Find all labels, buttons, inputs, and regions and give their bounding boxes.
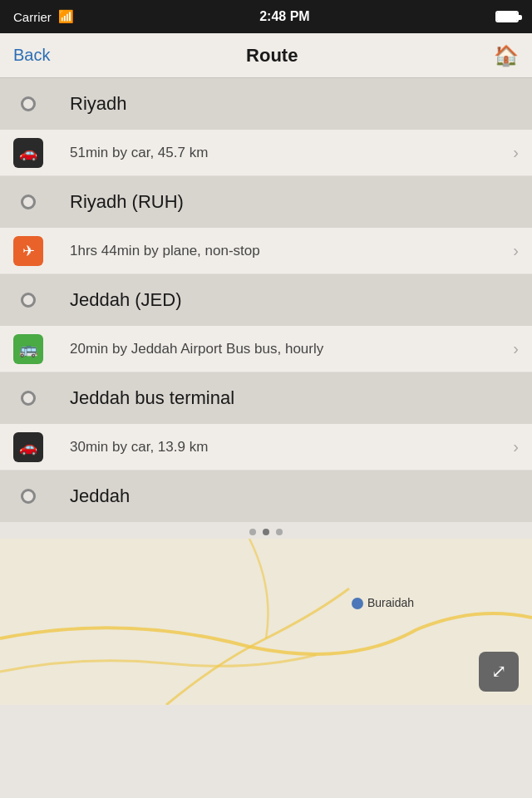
route-list: Riyadh 🚗 51min by car, 45.7 km › Riyadh … bbox=[0, 78, 532, 522]
chevron-1: › bbox=[513, 241, 519, 260]
stop-name-2: Jeddah (JED) bbox=[70, 289, 182, 311]
page-dot-3 bbox=[276, 529, 283, 535]
stop-dot-0 bbox=[21, 96, 36, 111]
segment-text-1: 1hrs 44min by plane, non-stop bbox=[70, 243, 513, 259]
stop-row-1: Riyadh (RUH) bbox=[0, 176, 532, 228]
home-button[interactable]: 🏠 bbox=[494, 44, 519, 67]
stop-name-3: Jeddah bus terminal bbox=[70, 387, 234, 409]
stop-dot-1 bbox=[21, 195, 36, 209]
map-city-label: Buraidah bbox=[367, 596, 414, 609]
timeline-stop-4 bbox=[8, 489, 48, 504]
plane-icon-1: ✈ bbox=[13, 236, 43, 266]
stop-name-4: Jeddah bbox=[70, 485, 130, 507]
stop-row-2: Jeddah (JED) bbox=[0, 274, 532, 326]
stop-row-4: Jeddah bbox=[0, 470, 532, 522]
timeline-stop-1 bbox=[8, 195, 48, 209]
bus-icon-2: 🚌 bbox=[13, 334, 43, 364]
map-area[interactable]: Buraidah ⤢ bbox=[0, 539, 532, 705]
timeline-seg-0: 🚗 bbox=[8, 138, 48, 168]
map-svg: Buraidah bbox=[0, 539, 532, 705]
segment-row-3[interactable]: 🚗 30min by car, 13.9 km › bbox=[0, 424, 532, 470]
battery-icon bbox=[495, 11, 519, 22]
nav-bar: Back Route 🏠 bbox=[0, 33, 532, 78]
clock: 2:48 PM bbox=[259, 9, 309, 24]
svg-point-1 bbox=[352, 598, 363, 609]
segment-row-2[interactable]: 🚌 20min by Jeddah Airport Bus bus, hourl… bbox=[0, 326, 532, 372]
timeline-stop-3 bbox=[8, 391, 48, 406]
page-dot-1 bbox=[249, 529, 256, 535]
page-indicator bbox=[0, 522, 532, 539]
chevron-2: › bbox=[513, 339, 519, 358]
carrier-label: Carrier bbox=[13, 10, 52, 24]
stop-dot-3 bbox=[21, 391, 36, 406]
segment-text-2: 20min by Jeddah Airport Bus bus, hourly bbox=[70, 341, 513, 357]
stop-dot-2 bbox=[21, 293, 36, 308]
segment-row-1[interactable]: ✈ 1hrs 44min by plane, non-stop › bbox=[0, 228, 532, 274]
stop-row: Riyadh bbox=[0, 78, 532, 130]
segment-row-0[interactable]: 🚗 51min by car, 45.7 km › bbox=[0, 130, 532, 176]
expand-icon: ⤢ bbox=[491, 661, 506, 682]
stop-name-1: Riyadh (RUH) bbox=[70, 191, 184, 213]
stop-row-3: Jeddah bus terminal bbox=[0, 372, 532, 424]
expand-map-button[interactable]: ⤢ bbox=[479, 652, 519, 692]
timeline-stop-0 bbox=[8, 96, 48, 111]
chevron-0: › bbox=[513, 143, 519, 162]
car-icon-0: 🚗 bbox=[13, 138, 43, 168]
timeline-seg-2: 🚌 bbox=[8, 334, 48, 364]
page-title: Route bbox=[246, 45, 298, 66]
segment-text-3: 30min by car, 13.9 km bbox=[70, 439, 513, 456]
timeline-seg-1: ✈ bbox=[8, 236, 48, 266]
segment-text-0: 51min by car, 45.7 km bbox=[70, 145, 513, 161]
svg-rect-0 bbox=[0, 539, 532, 705]
stop-dot-4 bbox=[21, 489, 36, 504]
status-bar: Carrier 📶 2:48 PM bbox=[0, 0, 532, 33]
chevron-3: › bbox=[513, 437, 519, 456]
page-dot-2 bbox=[263, 529, 269, 535]
car-icon-3: 🚗 bbox=[13, 432, 43, 462]
timeline-seg-3: 🚗 bbox=[8, 432, 48, 462]
timeline-stop-2 bbox=[8, 293, 48, 308]
stop-name-0: Riyadh bbox=[70, 93, 126, 115]
wifi-icon: 📶 bbox=[58, 9, 74, 24]
back-button[interactable]: Back bbox=[13, 46, 50, 65]
